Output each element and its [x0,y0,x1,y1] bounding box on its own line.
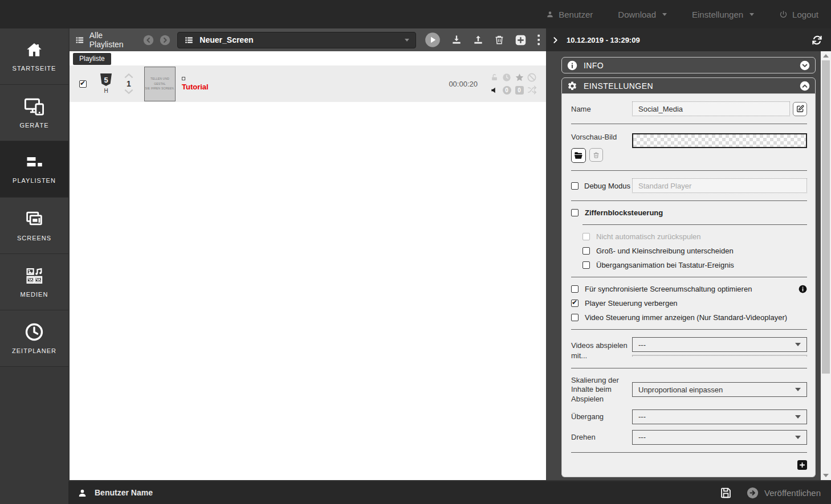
item-checkbox[interactable] [79,80,87,88]
trash-icon [593,151,600,159]
rotate-label: Drehen [571,433,632,441]
numpad-checkbox[interactable] [571,209,579,216]
item-type-label: H [99,88,113,94]
collapse-panel-button[interactable] [552,36,559,44]
accordion-info[interactable]: INFO [561,57,816,73]
panel-scrollbar[interactable] [821,51,831,480]
item-title[interactable]: Tutorial [182,83,209,91]
sidebar-item-medien[interactable]: MEDIEN [0,254,68,310]
move-up-button[interactable] [124,73,133,79]
add-button[interactable] [515,34,527,46]
remove-preview-button[interactable] [589,148,603,162]
hide-player-checkbox[interactable] [571,300,579,307]
videos-player-select[interactable]: --- [632,337,807,352]
loop-count-badge[interactable]: 0 [503,86,511,95]
user-icon [78,488,87,498]
delete-button[interactable] [494,34,504,46]
video-controls-row: Video Steuerung immer anzeigen (Nur Stan… [571,313,807,322]
caret-down-icon [795,436,801,439]
divider [571,124,807,124]
info-icon [567,60,577,71]
preview-row: Vorschau-Bild [571,132,807,163]
video-controls-label: Video Steuerung immer anzeigen (Nur Stan… [585,313,787,322]
sidebar-item-zeitplaner[interactable]: ZEITPLANER [0,310,68,367]
sidebar-item-playlisten[interactable]: PLAYLISTEN [0,141,68,198]
back-button[interactable] [143,35,154,46]
scroll-up-arrow-icon[interactable] [823,54,829,58]
all-playlists-button[interactable]: Alle Playlisten [75,31,135,49]
lock-open-icon[interactable] [490,73,499,82]
media-icon [24,267,44,285]
name-input[interactable] [632,101,790,116]
caret-down-icon [662,13,667,16]
browse-preview-button[interactable] [571,148,586,163]
settings-menu-label: Einstellungen [692,10,743,19]
publish-button[interactable]: Veröffentlichen [747,487,821,499]
videos-controls: --- [632,337,807,356]
scaling-select[interactable]: Unproportional einpassen [632,382,807,397]
preview-image-box[interactable] [632,133,807,148]
numpad-row: Ziffernblocksteuerung [571,208,807,217]
scrollbar-thumb[interactable] [822,60,830,374]
sync-optimize-checkbox[interactable] [571,285,579,293]
download-menu[interactable]: Download [618,10,667,19]
logout-button[interactable]: Logout [779,10,818,19]
debug-checkbox[interactable] [571,182,579,190]
forward-button[interactable] [160,35,170,46]
preview-buttons [571,148,632,163]
case-sensitive-checkbox[interactable] [582,247,590,255]
videos-player-input[interactable] [632,355,807,356]
item-title-block: Tutorial [182,77,209,91]
debug-checkbox-block: Debug Modus [571,182,632,190]
no-rewind-checkbox[interactable] [582,233,590,240]
debug-row: Debug Modus [571,178,807,193]
upload-button[interactable] [472,34,484,46]
repeat-count-badge[interactable]: 0 [515,86,524,95]
save-button[interactable] [720,487,732,499]
folder-open-icon [574,151,583,159]
move-down-button[interactable] [124,89,133,95]
transition-select[interactable]: --- [632,409,807,424]
sidebar-item-geraete[interactable]: GERÄTE [0,85,68,141]
playlist-item-row[interactable]: 5 H 1 TELLEN UND GESTAL SIE IHREN SCREEN… [70,65,546,102]
debug-player-input[interactable] [632,178,807,193]
play-button[interactable] [425,32,441,48]
debug-label: Debug Modus [584,182,630,190]
logout-label: Logout [792,10,818,19]
list-icon [75,36,84,44]
download-button[interactable] [451,34,462,46]
sidebar-item-startseite[interactable]: STARTSEITE [0,28,68,85]
transition-row: Übergang --- [571,409,807,424]
shuffle-icon[interactable] [527,85,537,95]
divider [571,368,807,368]
scroll-down-arrow-icon[interactable] [823,474,829,477]
more-options-button[interactable] [537,34,540,46]
refresh-button[interactable] [812,35,822,46]
divider [571,200,807,201]
caret-down-icon [405,39,409,42]
settings-menu[interactable]: Einstellungen [692,10,754,19]
sidebar-item-label: MEDIEN [21,291,48,298]
panel-date: 10.12.2019 - 13:29:09 [567,36,640,44]
html5-icon: 5 [100,73,112,86]
accordion-einstellungen[interactable]: EINSTELLUNGEN [561,77,816,94]
star-icon[interactable] [515,73,524,82]
info-icon[interactable] [799,285,807,293]
ban-icon[interactable] [527,73,536,82]
keyboard-transition-checkbox[interactable] [582,261,590,269]
no-rewind-label: Nicht automatisch zurückspulen [596,232,701,241]
video-controls-checkbox[interactable] [571,314,579,321]
rotate-select[interactable]: --- [632,430,807,445]
publish-label: Veröffentlichen [764,488,821,498]
history-nav [143,35,170,46]
add-setting-button[interactable] [797,460,807,470]
transition-value: --- [638,412,646,421]
edit-name-button[interactable] [793,102,807,116]
toolbar-actions [425,32,540,48]
user-menu[interactable]: Benutzer [546,10,593,19]
tab-playliste[interactable]: Playliste [73,53,111,65]
sidebar-item-screens[interactable]: SCREENS [0,198,68,254]
audio-icon[interactable] [490,86,498,95]
schedule-icon[interactable] [502,73,511,82]
playlist-select[interactable]: Neuer_Screen [177,32,416,48]
